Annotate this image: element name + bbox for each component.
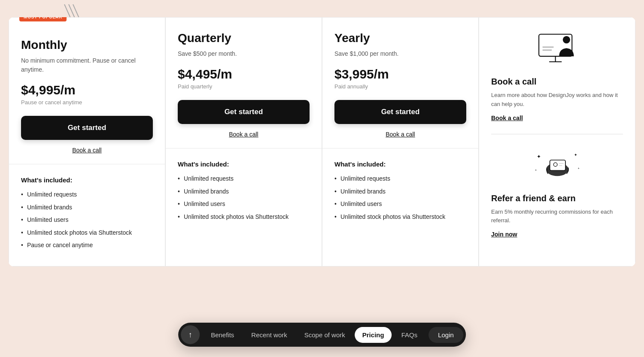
quarterly-book-call-link[interactable]: Book a call [178,131,310,138]
monthly-plan-desc: No minimum commitment. Pause or cancel a… [21,56,153,74]
yearly-features-list: Unlimited requests Unlimited brands Unli… [334,175,466,221]
monthly-feature-5: Pause or cancel anytime [21,241,153,250]
yearly-plan-billing: Paid annually [334,83,466,90]
quarterly-features-list: Unlimited requests Unlimited brands Unli… [178,175,310,221]
quarterly-plan-billing: Paid quarterly [178,83,310,90]
quarterly-whats-included-title: What's included: [178,160,310,168]
quarterly-feature-2: Unlimited brands [178,188,310,196]
svg-text:+: + [577,166,579,169]
quarterly-card-bottom: What's included: Unlimited requests Unli… [166,148,322,237]
quarterly-plan-desc: Save $500 per month. [178,49,310,58]
yearly-feature-1: Unlimited requests [334,175,466,183]
yearly-plan-name: Yearly [334,31,466,45]
yearly-plan-price: $3,995/m [334,67,466,82]
yearly-plan-card: Yearly Save $1,000 per month. $3,995/m P… [322,17,479,266]
book-call-section: Book a call Learn more about how DesignJ… [491,30,623,134]
monthly-feature-1: Unlimited requests [21,191,153,199]
monthly-plan-price: $4,995/m [21,83,153,97]
svg-text:✦: ✦ [574,153,577,157]
svg-point-15 [553,163,557,166]
monthly-book-call-link[interactable]: Book a call [21,147,153,154]
quarterly-feature-3: Unlimited users [178,200,310,209]
book-call-link[interactable]: Book a call [491,115,523,121]
yearly-card-top: Yearly Save $1,000 per month. $3,995/m P… [322,18,478,148]
quarterly-card-top: Quarterly Save $500 per month. $4,495/m … [166,18,322,148]
book-call-desc: Learn more about how DesignJoy works and… [491,91,623,109]
bottom-navigation: ↑ Benefits Recent work Scope of work Pri… [178,323,466,347]
referral-section: ✦ ✦ + + [491,146,623,239]
quarterly-plan-price: $4,495/m [178,67,310,82]
yearly-feature-2: Unlimited brands [334,188,466,196]
monthly-plan-card: MOST POPULAR Monthly No minimum commitme… [9,17,165,266]
referral-title: Refer a friend & earn [491,194,623,203]
svg-text:+: + [535,169,537,172]
monitor-illustration [491,30,623,70]
yearly-card-bottom: What's included: Unlimited requests Unli… [322,148,478,237]
nav-benefits[interactable]: Benefits [203,327,242,343]
monthly-plan-billing: Pause or cancel anytime [21,99,153,106]
most-popular-badge: MOST POPULAR [19,17,67,21]
monthly-feature-3: Unlimited users [21,216,153,224]
monthly-get-started-button[interactable]: Get started [21,116,153,140]
quarterly-feature-1: Unlimited requests [178,175,310,183]
monthly-features-list: Unlimited requests Unlimited brands Unli… [21,191,153,250]
quarterly-feature-4: Unlimited stock photos via Shutterstock [178,213,310,221]
scroll-up-button[interactable]: ↑ [181,325,200,344]
monthly-card-bottom: What's included: Unlimited requests Unli… [9,164,165,266]
monthly-plan-name: Monthly [21,38,153,52]
refer-illustration: ✦ ✦ + + [491,146,623,187]
quarterly-plan-card: Quarterly Save $500 per month. $4,495/m … [165,17,322,266]
nav-faqs[interactable]: FAQs [394,327,425,343]
monthly-feature-2: Unlimited brands [21,203,153,212]
pricing-grid: MOST POPULAR Monthly No minimum commitme… [9,17,635,266]
nav-login-button[interactable]: Login [428,327,463,343]
referral-link[interactable]: Join now [491,231,517,238]
svg-text:✦: ✦ [537,153,541,159]
monthly-card-top: MOST POPULAR Monthly No minimum commitme… [9,18,165,164]
yearly-book-call-link[interactable]: Book a call [334,131,466,138]
yearly-get-started-button[interactable]: Get started [334,100,466,124]
yearly-plan-desc: Save $1,000 per month. [334,49,466,58]
yearly-feature-3: Unlimited users [334,200,466,209]
book-call-title: Book a call [491,77,623,87]
monthly-feature-4: Unlimited stock photos via Shutterstock [21,229,153,237]
quarterly-get-started-button[interactable]: Get started [178,100,310,124]
nav-scope-of-work[interactable]: Scope of work [297,327,353,343]
sidebar-card: Book a call Learn more about how DesignJ… [479,17,635,266]
quarterly-plan-name: Quarterly [178,31,310,45]
monthly-whats-included-title: What's included: [21,176,153,184]
svg-point-6 [562,36,570,43]
referral-desc: Earn 5% monthly recurring commissions fo… [491,208,623,226]
svg-rect-14 [550,160,565,170]
yearly-feature-4: Unlimited stock photos via Shutterstock [334,213,466,221]
nav-recent-work[interactable]: Recent work [243,327,295,343]
yearly-whats-included-title: What's included: [334,160,466,168]
nav-pricing[interactable]: Pricing [355,327,392,343]
